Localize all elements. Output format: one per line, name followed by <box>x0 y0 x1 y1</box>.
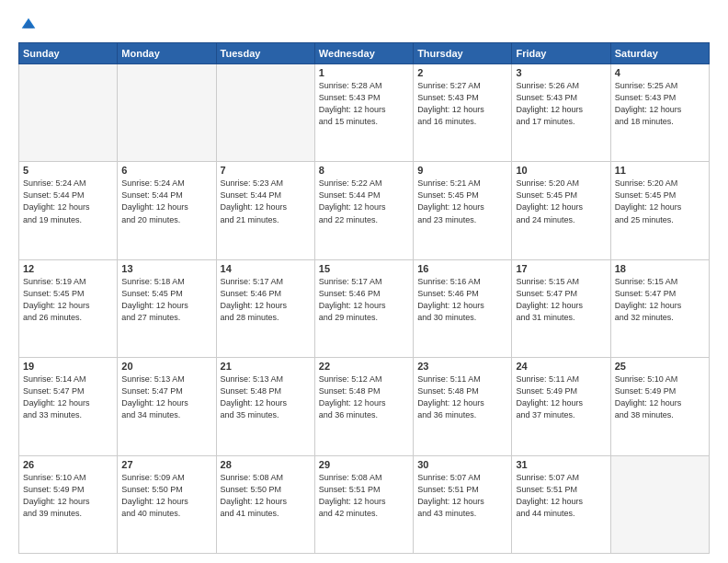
day-cell: 28Sunrise: 5:08 AM Sunset: 5:50 PM Dayli… <box>216 455 314 553</box>
day-info: Sunrise: 5:17 AM Sunset: 5:46 PM Dayligh… <box>319 276 409 324</box>
day-cell: 13Sunrise: 5:18 AM Sunset: 5:45 PM Dayli… <box>118 259 216 357</box>
day-number: 3 <box>516 67 606 78</box>
day-info: Sunrise: 5:08 AM Sunset: 5:50 PM Dayligh… <box>221 472 311 520</box>
day-cell: 21Sunrise: 5:13 AM Sunset: 5:48 PM Dayli… <box>216 358 314 455</box>
day-info: Sunrise: 5:26 AM Sunset: 5:43 PM Dayligh… <box>516 80 606 128</box>
day-cell: 30Sunrise: 5:07 AM Sunset: 5:51 PM Dayli… <box>414 455 512 553</box>
day-info: Sunrise: 5:15 AM Sunset: 5:47 PM Dayligh… <box>615 276 705 324</box>
day-cell: 2Sunrise: 5:27 AM Sunset: 5:43 PM Daylig… <box>414 64 512 162</box>
header-cell-thursday: Thursday <box>414 43 512 64</box>
header-cell-tuesday: Tuesday <box>216 43 314 64</box>
day-info: Sunrise: 5:21 AM Sunset: 5:45 PM Dayligh… <box>417 178 507 225</box>
day-info: Sunrise: 5:20 AM Sunset: 5:45 PM Dayligh… <box>615 178 705 225</box>
day-number: 24 <box>516 361 606 372</box>
day-cell: 10Sunrise: 5:20 AM Sunset: 5:45 PM Dayli… <box>512 162 610 259</box>
day-cell: 18Sunrise: 5:15 AM Sunset: 5:47 PM Dayli… <box>610 259 709 357</box>
day-info: Sunrise: 5:11 AM Sunset: 5:49 PM Dayligh… <box>516 373 606 421</box>
day-number: 18 <box>615 263 705 274</box>
week-row-2: 12Sunrise: 5:19 AM Sunset: 5:45 PM Dayli… <box>19 259 710 357</box>
day-number: 2 <box>417 67 507 78</box>
day-info: Sunrise: 5:28 AM Sunset: 5:43 PM Dayligh… <box>319 80 409 128</box>
week-row-0: 1Sunrise: 5:28 AM Sunset: 5:43 PM Daylig… <box>19 64 710 162</box>
day-cell: 15Sunrise: 5:17 AM Sunset: 5:46 PM Dayli… <box>314 259 413 357</box>
day-info: Sunrise: 5:23 AM Sunset: 5:44 PM Dayligh… <box>221 178 311 225</box>
day-cell: 27Sunrise: 5:09 AM Sunset: 5:50 PM Dayli… <box>118 455 216 553</box>
day-number: 27 <box>121 459 211 470</box>
day-cell: 24Sunrise: 5:11 AM Sunset: 5:49 PM Dayli… <box>512 358 610 455</box>
day-cell: 1Sunrise: 5:28 AM Sunset: 5:43 PM Daylig… <box>314 64 413 162</box>
header-cell-wednesday: Wednesday <box>314 43 413 64</box>
day-info: Sunrise: 5:07 AM Sunset: 5:51 PM Dayligh… <box>417 472 507 520</box>
day-info: Sunrise: 5:13 AM Sunset: 5:48 PM Dayligh… <box>221 373 311 421</box>
day-cell: 9Sunrise: 5:21 AM Sunset: 5:45 PM Daylig… <box>414 162 512 259</box>
day-info: Sunrise: 5:20 AM Sunset: 5:45 PM Dayligh… <box>516 178 606 225</box>
day-cell: 7Sunrise: 5:23 AM Sunset: 5:44 PM Daylig… <box>216 162 314 259</box>
day-cell: 14Sunrise: 5:17 AM Sunset: 5:46 PM Dayli… <box>216 259 314 357</box>
day-number: 1 <box>319 67 409 78</box>
day-cell: 17Sunrise: 5:15 AM Sunset: 5:47 PM Dayli… <box>512 259 610 357</box>
day-cell: 19Sunrise: 5:14 AM Sunset: 5:47 PM Dayli… <box>19 358 118 455</box>
calendar-body: 1Sunrise: 5:28 AM Sunset: 5:43 PM Daylig… <box>19 64 710 554</box>
day-number: 11 <box>615 165 705 176</box>
day-info: Sunrise: 5:14 AM Sunset: 5:47 PM Dayligh… <box>23 373 113 421</box>
day-number: 10 <box>516 165 606 176</box>
day-number: 7 <box>221 165 311 176</box>
day-info: Sunrise: 5:19 AM Sunset: 5:45 PM Dayligh… <box>23 276 113 324</box>
day-cell: 11Sunrise: 5:20 AM Sunset: 5:45 PM Dayli… <box>610 162 709 259</box>
day-cell: 31Sunrise: 5:07 AM Sunset: 5:51 PM Dayli… <box>512 455 610 553</box>
header-cell-friday: Friday <box>512 43 610 64</box>
day-number: 14 <box>221 263 311 274</box>
day-number: 15 <box>319 263 409 274</box>
day-info: Sunrise: 5:10 AM Sunset: 5:49 PM Dayligh… <box>23 472 113 520</box>
page: SundayMondayTuesdayWednesdayThursdayFrid… <box>0 0 728 563</box>
day-cell: 8Sunrise: 5:22 AM Sunset: 5:44 PM Daylig… <box>314 162 413 259</box>
day-info: Sunrise: 5:07 AM Sunset: 5:51 PM Dayligh… <box>516 472 606 520</box>
day-number: 9 <box>417 165 507 176</box>
day-info: Sunrise: 5:10 AM Sunset: 5:49 PM Dayligh… <box>615 373 705 421</box>
day-number: 19 <box>23 361 113 372</box>
calendar-header: SundayMondayTuesdayWednesdayThursdayFrid… <box>19 43 710 64</box>
day-number: 17 <box>516 263 606 274</box>
day-number: 20 <box>121 361 211 372</box>
day-cell: 22Sunrise: 5:12 AM Sunset: 5:48 PM Dayli… <box>314 358 413 455</box>
day-cell: 16Sunrise: 5:16 AM Sunset: 5:46 PM Dayli… <box>414 259 512 357</box>
day-cell <box>216 64 314 162</box>
day-cell: 29Sunrise: 5:08 AM Sunset: 5:51 PM Dayli… <box>314 455 413 553</box>
header-row: SundayMondayTuesdayWednesdayThursdayFrid… <box>19 43 710 64</box>
day-info: Sunrise: 5:16 AM Sunset: 5:46 PM Dayligh… <box>417 276 507 324</box>
week-row-1: 5Sunrise: 5:24 AM Sunset: 5:44 PM Daylig… <box>19 162 710 259</box>
logo <box>18 15 42 35</box>
header-cell-monday: Monday <box>118 43 216 64</box>
day-number: 8 <box>319 165 409 176</box>
day-number: 21 <box>221 361 311 372</box>
day-cell: 4Sunrise: 5:25 AM Sunset: 5:43 PM Daylig… <box>610 64 709 162</box>
day-cell: 5Sunrise: 5:24 AM Sunset: 5:44 PM Daylig… <box>19 162 118 259</box>
day-cell <box>19 64 118 162</box>
calendar-table: SundayMondayTuesdayWednesdayThursdayFrid… <box>18 42 710 554</box>
day-info: Sunrise: 5:22 AM Sunset: 5:44 PM Dayligh… <box>319 178 409 225</box>
day-info: Sunrise: 5:25 AM Sunset: 5:43 PM Dayligh… <box>615 80 705 128</box>
week-row-3: 19Sunrise: 5:14 AM Sunset: 5:47 PM Dayli… <box>19 358 710 455</box>
day-info: Sunrise: 5:18 AM Sunset: 5:45 PM Dayligh… <box>121 276 211 324</box>
day-number: 4 <box>615 67 705 78</box>
day-info: Sunrise: 5:17 AM Sunset: 5:46 PM Dayligh… <box>221 276 311 324</box>
day-info: Sunrise: 5:15 AM Sunset: 5:47 PM Dayligh… <box>516 276 606 324</box>
week-row-4: 26Sunrise: 5:10 AM Sunset: 5:49 PM Dayli… <box>19 455 710 553</box>
header <box>18 15 710 35</box>
day-number: 30 <box>417 459 507 470</box>
day-cell: 23Sunrise: 5:11 AM Sunset: 5:48 PM Dayli… <box>414 358 512 455</box>
day-number: 29 <box>319 459 409 470</box>
day-number: 13 <box>121 263 211 274</box>
day-number: 23 <box>417 361 507 372</box>
day-number: 25 <box>615 361 705 372</box>
day-number: 26 <box>23 459 113 470</box>
day-cell: 3Sunrise: 5:26 AM Sunset: 5:43 PM Daylig… <box>512 64 610 162</box>
day-info: Sunrise: 5:11 AM Sunset: 5:48 PM Dayligh… <box>417 373 507 421</box>
day-info: Sunrise: 5:13 AM Sunset: 5:47 PM Dayligh… <box>121 373 211 421</box>
day-info: Sunrise: 5:24 AM Sunset: 5:44 PM Dayligh… <box>121 178 211 225</box>
day-cell: 26Sunrise: 5:10 AM Sunset: 5:49 PM Dayli… <box>19 455 118 553</box>
day-number: 5 <box>23 165 113 176</box>
day-number: 6 <box>121 165 211 176</box>
day-number: 16 <box>417 263 507 274</box>
day-info: Sunrise: 5:27 AM Sunset: 5:43 PM Dayligh… <box>417 80 507 128</box>
